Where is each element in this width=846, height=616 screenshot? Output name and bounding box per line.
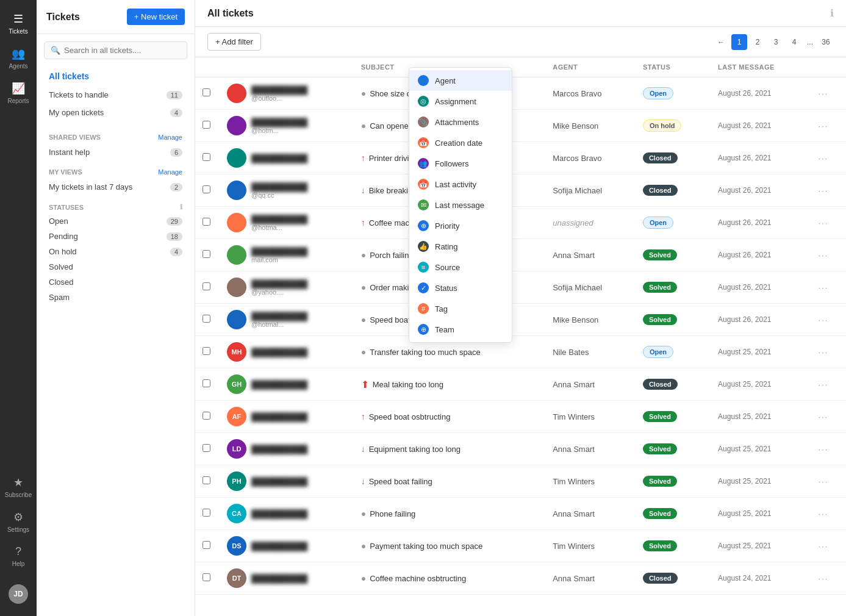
row-actions[interactable]: ··· [811, 433, 846, 465]
filter-priority[interactable]: ⊕ Priority [409, 215, 512, 236]
last-message-cell: August 25, 2021 [711, 433, 811, 465]
sidebar-label-reports: Reports [7, 98, 29, 104]
row-actions[interactable]: ··· [811, 368, 846, 401]
priority-normal-icon: ● [361, 121, 366, 131]
row-checkbox[interactable] [203, 379, 210, 387]
filter-rating[interactable]: 👍 Rating [409, 236, 512, 257]
contact-cell: PH ██████████ [220, 465, 354, 498]
row-checkbox[interactable] [203, 282, 210, 290]
filter-last-message-label: Last message [435, 201, 484, 210]
row-checkbox[interactable] [203, 444, 210, 452]
status-solved[interactable]: Solved [44, 259, 187, 274]
sidebar-item-help[interactable]: ? Help [0, 539, 37, 573]
contact-avatar: GH [227, 374, 246, 394]
row-actions[interactable]: ··· [811, 498, 846, 530]
filter-last-message[interactable]: ✉ Last message [409, 195, 512, 215]
filter-agent[interactable]: 👤 Agent [409, 70, 512, 91]
row-actions[interactable]: ··· [811, 401, 846, 433]
pagination-prev[interactable]: ← [713, 34, 729, 50]
filter-source[interactable]: ≡ Source [409, 257, 512, 278]
row-actions[interactable]: ··· [811, 465, 846, 498]
row-checkbox[interactable] [203, 347, 210, 355]
page-4-button[interactable]: 4 [786, 34, 802, 50]
my-views-manage[interactable]: Manage [158, 168, 182, 176]
filter-creation-date[interactable]: 📅 Creation date [409, 132, 512, 153]
contact-avatar [227, 148, 246, 168]
subject-cell: ● Payment taking too much space [354, 530, 546, 562]
new-ticket-button[interactable]: + New ticket [127, 9, 185, 25]
contact-cell: ██████████ [220, 142, 354, 174]
user-avatar-item[interactable]: JD [0, 578, 37, 610]
row-checkbox[interactable] [203, 153, 210, 161]
subject-text: Phone failing [370, 509, 415, 518]
shared-views-manage[interactable]: Manage [158, 134, 182, 141]
row-checkbox[interactable] [203, 121, 210, 129]
sidebar-item-subscribe[interactable]: ★ Subscribe [0, 470, 37, 504]
status-open[interactable]: Open 29 [44, 213, 187, 229]
row-checkbox[interactable] [203, 185, 210, 193]
row-actions[interactable]: ··· [811, 271, 846, 304]
subject-text: Transfer taking too much space [370, 348, 481, 357]
status-cell: Closed [636, 142, 711, 174]
main-content: All tickets ℹ + Add filter ← 1 2 3 4 ...… [195, 0, 846, 616]
status-cell: Closed [636, 562, 711, 595]
row-checkbox[interactable] [203, 476, 210, 484]
row-checkbox[interactable] [203, 573, 210, 581]
page-1-button[interactable]: 1 [731, 34, 747, 50]
all-tickets-link[interactable]: All tickets [44, 66, 187, 86]
contact-avatar: CA [227, 504, 246, 523]
sidebar-item-reports[interactable]: 📈 Reports [0, 76, 37, 110]
last-message-filter-icon: ✉ [418, 199, 429, 210]
row-checkbox[interactable] [203, 509, 210, 517]
filter-attachments[interactable]: 📎 Attachments [409, 112, 512, 132]
status-cell: Closed [636, 368, 711, 401]
row-checkbox[interactable] [203, 315, 210, 323]
filter-status[interactable]: ✓ Status [409, 278, 512, 298]
filter-team[interactable]: ⊕ Team [409, 319, 512, 340]
sidebar-item-tickets[interactable]: ☰ Tickets [0, 6, 37, 41]
row-actions[interactable]: ··· [811, 174, 846, 207]
row-actions[interactable]: ··· [811, 304, 846, 336]
search-input[interactable] [64, 46, 181, 55]
page-2-button[interactable]: 2 [750, 34, 765, 50]
nav-instant-help[interactable]: Instant help 6 [44, 143, 187, 161]
status-closed[interactable]: Closed [44, 274, 187, 290]
status-pending[interactable]: Pending 18 [44, 229, 187, 244]
row-checkbox[interactable] [203, 218, 210, 226]
row-checkbox[interactable] [203, 541, 210, 549]
row-actions[interactable]: ··· [811, 336, 846, 368]
row-actions[interactable]: ··· [811, 142, 846, 174]
row-checkbox[interactable] [203, 250, 210, 258]
page-36-button[interactable]: 36 [818, 34, 834, 50]
row-actions[interactable]: ··· [811, 530, 846, 562]
row-actions[interactable]: ··· [811, 207, 846, 239]
row-actions[interactable]: ··· [811, 110, 846, 142]
nav-my-tickets-last-7-days[interactable]: My tickets in last 7 days 2 [44, 178, 187, 196]
row-actions[interactable]: ··· [811, 77, 846, 110]
table-row: DT ██████████ ● Coffee machine osbtructi… [195, 562, 846, 595]
help-icon: ? [15, 545, 21, 558]
agent-cell: Anna Smart [545, 562, 636, 595]
sidebar-item-settings[interactable]: ⚙ Settings [0, 504, 37, 539]
row-checkbox[interactable] [203, 88, 210, 96]
priority-high-icon: ⬆ [361, 379, 369, 390]
filter-followers[interactable]: 👥 Followers [409, 153, 512, 174]
filter-tag[interactable]: # Tag [409, 298, 512, 319]
add-filter-button[interactable]: + Add filter [207, 33, 261, 51]
row-actions[interactable]: ··· [811, 239, 846, 271]
status-badge: Open [643, 346, 673, 358]
status-spam[interactable]: Spam [44, 290, 187, 305]
row-checkbox[interactable] [203, 412, 210, 420]
filter-status-label: Status [435, 284, 457, 293]
page-3-button[interactable]: 3 [768, 34, 784, 50]
nav-tickets-to-handle[interactable]: Tickets to handle 11 [44, 86, 187, 104]
filter-last-activity[interactable]: 📅 Last activity [409, 174, 512, 195]
status-cell: Solved [636, 465, 711, 498]
status-on-hold[interactable]: On hold 4 [44, 244, 187, 259]
status-badge: Solved [643, 443, 677, 454]
priority-normal-icon: ● [361, 509, 366, 518]
sidebar-item-agents[interactable]: 👥 Agents [0, 41, 37, 76]
row-actions[interactable]: ··· [811, 562, 846, 595]
filter-assignment[interactable]: ◎ Assignment [409, 91, 512, 112]
nav-my-open-tickets[interactable]: My open tickets 4 [44, 104, 187, 121]
